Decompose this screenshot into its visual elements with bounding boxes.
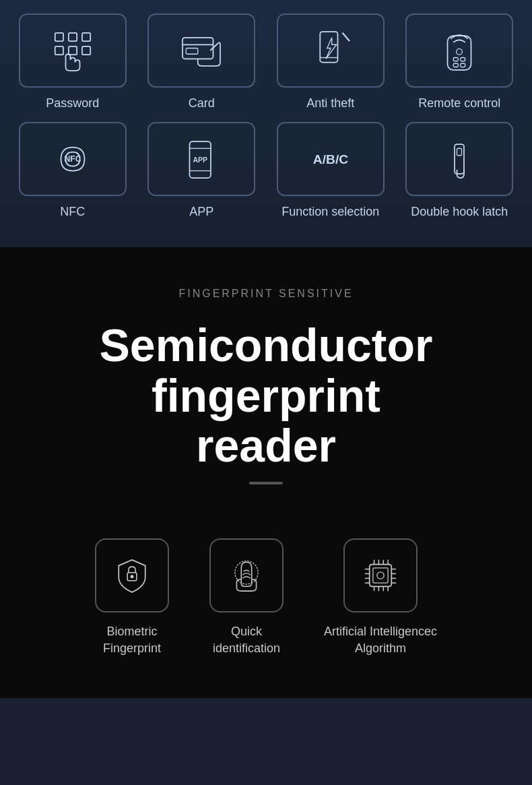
nfc-icon: NFC (49, 135, 96, 183)
svg-rect-0 (55, 33, 63, 41)
svg-rect-30 (373, 568, 388, 583)
title-underline (249, 482, 283, 484)
card-label: Card (189, 96, 215, 111)
svg-rect-14 (454, 58, 459, 61)
svg-point-13 (457, 49, 463, 55)
svg-rect-12 (448, 36, 471, 70)
anti-theft-label: Anti theft (306, 96, 354, 111)
svg-rect-15 (461, 58, 465, 61)
svg-rect-4 (69, 46, 77, 55)
function-selection-label: Function selection (281, 204, 379, 220)
function-selection-icon: A/B/C (307, 135, 354, 183)
app-icon: APP (178, 135, 225, 183)
biometric-icon-box (95, 538, 169, 613)
svg-rect-8 (187, 49, 199, 55)
ai-algorithm-label: Artificial IntelligencecAlgorithm (324, 623, 437, 657)
app-label: APP (189, 204, 213, 220)
grid-item-double-hook-latch: Double hook latch (401, 122, 519, 220)
svg-text:A/B/C: A/B/C (313, 152, 349, 166)
card-icon-box (147, 13, 255, 88)
ai-algorithm-icon (360, 555, 401, 596)
card-icon (178, 27, 225, 74)
grid-item-app: APP APP (143, 122, 261, 220)
quick-id-label: Quickidentification (213, 623, 280, 657)
biometric-label: BiometricFingerprint (103, 623, 161, 657)
ai-algorithm-icon-box (343, 538, 418, 613)
svg-rect-3 (55, 46, 63, 55)
svg-point-28 (235, 561, 258, 584)
app-icon-box: APP (147, 122, 255, 196)
double-hook-latch-icon-box (405, 122, 513, 196)
bottom-section: FINGERPRINT SENSITIVE Semiconductor fing… (0, 247, 532, 698)
svg-rect-16 (454, 63, 459, 67)
remote-control-icon-box (405, 13, 513, 88)
svg-rect-17 (461, 63, 465, 67)
main-title-line1: Semiconductor fingerprint (100, 319, 433, 421)
main-title: Semiconductor fingerprint reader (13, 320, 519, 471)
remote-control-icon (436, 27, 483, 74)
svg-text:APP: APP (193, 156, 208, 164)
grid-item-nfc: NFC NFC (13, 122, 132, 220)
grid-item-function-selection: A/B/C Function selection (271, 122, 390, 220)
svg-rect-2 (82, 33, 90, 41)
grid-item-card: Card (143, 13, 261, 111)
nfc-label: NFC (60, 204, 85, 220)
top-section: Password Card (0, 0, 532, 247)
remote-control-label: Remote control (418, 96, 500, 111)
main-title-line2: reader (196, 420, 336, 471)
svg-point-47 (377, 572, 384, 579)
double-hook-latch-icon (436, 135, 483, 183)
biometric-icon (112, 555, 152, 596)
feature-quick-id: Quickidentification (209, 538, 284, 657)
nfc-icon-box: NFC (19, 122, 127, 196)
anti-theft-icon (307, 27, 354, 74)
svg-point-27 (131, 575, 133, 577)
svg-rect-1 (69, 33, 77, 41)
function-selection-icon-box: A/B/C (277, 122, 385, 196)
svg-text:NFC: NFC (64, 155, 81, 164)
password-icon (49, 27, 96, 74)
feature-grid: Password Card (13, 13, 519, 220)
quick-id-icon (226, 555, 267, 596)
feature-ai-algorithm: Artificial IntelligencecAlgorithm (324, 538, 437, 657)
grid-item-anti-theft: Anti theft (271, 13, 390, 111)
quick-id-icon-box (209, 538, 284, 613)
password-icon-box (19, 13, 127, 88)
grid-item-remote-control: Remote control (401, 13, 519, 111)
double-hook-latch-label: Double hook latch (411, 204, 508, 220)
feature-biometric: BiometricFingerprint (95, 538, 169, 657)
svg-rect-25 (457, 149, 462, 156)
password-label: Password (46, 96, 99, 111)
svg-rect-5 (82, 46, 90, 55)
grid-item-password: Password (13, 13, 132, 111)
fingerprint-subtitle: FINGERPRINT SENSITIVE (13, 288, 519, 300)
anti-theft-icon-box (277, 13, 385, 88)
svg-line-11 (342, 33, 350, 41)
features-row: BiometricFingerprint Quickidentifica (13, 538, 519, 657)
